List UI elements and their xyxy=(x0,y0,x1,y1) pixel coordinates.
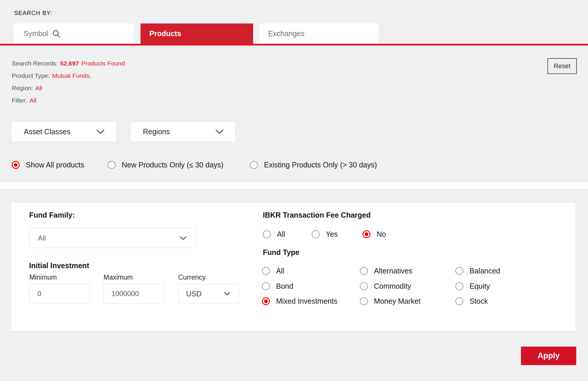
initial-investment-label: Initial Investment xyxy=(29,261,89,270)
filter-value: All xyxy=(30,97,36,104)
radio-fund-type-all[interactable]: All xyxy=(262,267,284,275)
radio-label: Show All products xyxy=(26,161,84,169)
product-type-value: Mutual Funds, xyxy=(52,72,91,79)
chevron-down-icon xyxy=(96,130,104,134)
asset-classes-dropdown[interactable]: Asset Classes xyxy=(11,122,116,142)
asset-classes-label: Asset Classes xyxy=(24,127,70,136)
radio-fund-type-equity[interactable]: Equity xyxy=(455,282,490,290)
radio-circle[interactable] xyxy=(360,297,368,305)
fund-family-value: All xyxy=(38,234,46,242)
radio-fund-type-alternatives[interactable]: Alternatives xyxy=(360,267,412,275)
radio-circle[interactable] xyxy=(262,297,270,305)
radio-show-all-products[interactable]: Show All products xyxy=(12,161,84,169)
radio-circle[interactable] xyxy=(455,282,463,290)
summary-records: Search Records: 52,697 Products Found xyxy=(12,60,125,67)
radio-fund-type-balanced[interactable]: Balanced xyxy=(455,267,500,275)
records-label: Search Records: xyxy=(12,60,58,67)
radio-circle[interactable] xyxy=(360,282,368,290)
radio-fund-type-bond[interactable]: Bond xyxy=(262,282,293,290)
currency-label: Currency xyxy=(178,273,206,281)
symbol-placeholder: Symbol xyxy=(24,29,48,38)
currency-select[interactable]: USD xyxy=(178,284,239,303)
fund-family-select[interactable]: All xyxy=(29,228,196,248)
maximum-label: Maximum xyxy=(103,273,133,281)
records-suffix: Products Found xyxy=(81,60,125,67)
radio-fund-type-commodity[interactable]: Commodity xyxy=(360,282,411,290)
radio-label: Existing Products Only (> 30 days) xyxy=(264,161,377,169)
fee-charged-label: IBKR Transaction Fee Charged xyxy=(263,211,371,219)
radio-label: Bond xyxy=(276,282,293,290)
radio-fund-type-money-market[interactable]: Money Market xyxy=(360,297,420,305)
radio-label: Equity xyxy=(470,282,490,290)
radio-circle[interactable] xyxy=(360,267,368,275)
radio-circle[interactable] xyxy=(263,230,271,238)
radio-label: New Products Only (≤ 30 days) xyxy=(122,161,223,169)
radio-circle[interactable] xyxy=(262,267,270,275)
radio-existing-products-only[interactable]: Existing Products Only (> 30 days) xyxy=(250,161,377,169)
fund-family-label: Fund Family: xyxy=(29,211,75,219)
radio-label: Mixed Investments xyxy=(276,297,337,305)
filters-panel: Fund Family: All Initial Investment Mini… xyxy=(11,203,576,331)
maximum-input[interactable] xyxy=(103,284,164,303)
radio-new-products-only[interactable]: New Products Only (≤ 30 days) xyxy=(108,161,223,169)
radio-circle[interactable] xyxy=(455,267,463,275)
radio-label: Stock xyxy=(470,297,488,305)
radio-circle[interactable] xyxy=(262,282,270,290)
radio-label: No xyxy=(377,230,386,238)
region-label: Region: xyxy=(12,85,33,92)
regions-dropdown[interactable]: Regions xyxy=(130,122,235,142)
chevron-down-icon xyxy=(216,130,223,134)
tab-exchanges[interactable]: Exchanges xyxy=(259,23,379,44)
radio-label: Money Market xyxy=(374,297,420,305)
radio-label: All xyxy=(277,230,285,238)
fund-type-label: Fund Type xyxy=(263,248,300,257)
product-type-label: Product Type: xyxy=(12,72,50,79)
radio-label: Commodity xyxy=(374,282,411,290)
radio-label: Balanced xyxy=(470,267,500,275)
symbol-search-field[interactable]: Symbol xyxy=(14,23,134,44)
radio-circle[interactable] xyxy=(455,297,463,305)
radio-fund-type-stock[interactable]: Stock xyxy=(455,297,488,305)
radio-label: Yes xyxy=(326,230,338,238)
radio-circle[interactable] xyxy=(363,230,370,238)
radio-circle[interactable] xyxy=(250,161,258,169)
radio-fund-type-mixed-investments[interactable]: Mixed Investments xyxy=(262,297,337,305)
summary-product-type: Product Type: Mutual Funds, xyxy=(12,72,91,79)
records-count: 52,697 xyxy=(60,60,79,67)
reset-button[interactable]: Reset xyxy=(547,58,577,74)
apply-button[interactable]: Apply xyxy=(521,347,576,365)
radio-fee-no[interactable]: No xyxy=(363,230,386,238)
minimum-input[interactable] xyxy=(29,284,90,303)
currency-value: USD xyxy=(186,290,202,298)
search-by-label: SEARCH BY: xyxy=(14,10,52,16)
minimum-label: Minimum xyxy=(29,273,57,281)
radio-circle[interactable] xyxy=(12,161,20,169)
radio-fee-all[interactable]: All xyxy=(263,230,285,238)
summary-region: Region: All xyxy=(12,85,42,92)
radio-label: All xyxy=(276,267,284,275)
radio-circle[interactable] xyxy=(108,161,116,169)
chevron-down-icon xyxy=(224,292,230,295)
radio-label: Alternatives xyxy=(374,267,412,275)
region-value: All xyxy=(35,85,42,92)
radio-fee-yes[interactable]: Yes xyxy=(312,230,338,238)
chevron-down-icon xyxy=(180,236,187,240)
summary-filter: Filter: All xyxy=(12,97,36,104)
radio-circle[interactable] xyxy=(312,230,320,238)
search-icon xyxy=(52,29,61,38)
filter-label: Filter: xyxy=(12,97,27,104)
regions-label: Regions xyxy=(143,127,170,136)
tab-products[interactable]: Products xyxy=(141,23,253,44)
